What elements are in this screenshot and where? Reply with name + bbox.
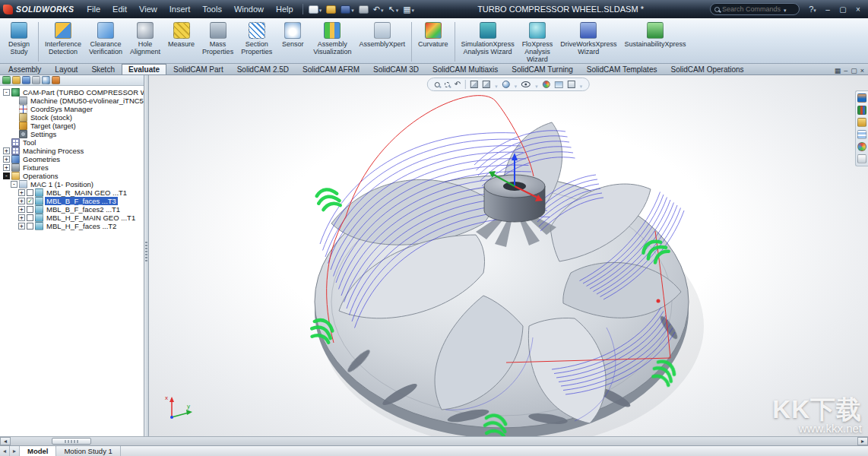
assembly-visualization-button[interactable]: Assembly Visualization bbox=[309, 21, 355, 57]
view-orientation-icon[interactable] bbox=[483, 81, 490, 88]
search-commands-input[interactable] bbox=[722, 5, 781, 13]
horizontal-scrollbar[interactable] bbox=[0, 436, 868, 445]
tree-item-operation-3[interactable]: MBL_B_F_faces2 ...T1 bbox=[2, 205, 144, 214]
collapse-icon[interactable] bbox=[3, 173, 10, 179]
view-settings-icon[interactable] bbox=[568, 81, 575, 88]
model-canvas[interactable]: x y bbox=[149, 75, 868, 436]
resources-icon[interactable] bbox=[857, 93, 866, 103]
solidcam-manager-tab-icon[interactable] bbox=[52, 76, 60, 84]
edit-appearance-icon[interactable] bbox=[543, 81, 550, 88]
view-palette-icon[interactable] bbox=[857, 130, 866, 139]
tree-item-operation-5[interactable]: MBL_H_F_faces ...T2 bbox=[2, 222, 144, 230]
chevron-down-icon[interactable] bbox=[515, 78, 518, 91]
motion-study-tab[interactable]: Motion Study 1 bbox=[56, 446, 120, 456]
assemblyxpert-button[interactable]: AssemblyXpert bbox=[356, 21, 410, 49]
apply-scene-icon[interactable] bbox=[555, 81, 563, 88]
pane-grid-icon[interactable] bbox=[835, 67, 841, 74]
search-commands-box[interactable] bbox=[710, 3, 800, 15]
tree-item-machining-process[interactable]: Machining Process bbox=[2, 147, 144, 155]
tab-solidcam-templates[interactable]: SolidCAM Templates bbox=[580, 64, 664, 74]
tab-solidcam-multiaxis[interactable]: SolidCAM Multiaxis bbox=[426, 64, 505, 74]
menu-tools[interactable]: Tools bbox=[197, 2, 227, 16]
tab-layout[interactable]: Layout bbox=[48, 64, 84, 74]
tree-item-machine[interactable]: Machine (DMU50-eVolinear_iTNC530_5X-Si bbox=[2, 97, 144, 105]
doc-close-icon[interactable] bbox=[860, 67, 864, 74]
display-manager-tab-icon[interactable] bbox=[42, 76, 50, 84]
expand-icon[interactable] bbox=[3, 164, 10, 171]
help-button[interactable] bbox=[806, 4, 819, 15]
expand-icon[interactable] bbox=[3, 147, 10, 154]
select-button[interactable] bbox=[386, 4, 400, 14]
design-study-button[interactable]: Design Study bbox=[2, 21, 36, 57]
clearance-verification-button[interactable]: Clearance Verification bbox=[85, 21, 126, 57]
expand-icon[interactable] bbox=[18, 214, 25, 221]
study-nav-right-icon[interactable]: ▸ bbox=[10, 446, 20, 456]
zoom-to-fit-icon[interactable] bbox=[435, 82, 440, 87]
collapse-icon[interactable] bbox=[11, 181, 17, 188]
open-button[interactable] bbox=[325, 5, 337, 14]
tab-solidcam-25d[interactable]: SolidCAM 2.5D bbox=[230, 64, 296, 74]
measure-button[interactable]: Measure bbox=[164, 21, 198, 49]
new-document-button[interactable] bbox=[307, 4, 324, 14]
expand-icon[interactable] bbox=[18, 198, 25, 204]
operation-checkbox[interactable] bbox=[27, 223, 33, 230]
tab-solidcam-3d[interactable]: SolidCAM 3D bbox=[366, 64, 426, 74]
menu-file[interactable]: File bbox=[81, 2, 106, 16]
hole-alignment-button[interactable]: Hole Alignment bbox=[126, 21, 164, 57]
operation-checkbox[interactable] bbox=[27, 214, 33, 221]
close-button[interactable] bbox=[851, 4, 865, 15]
dimxpert-tab-icon[interactable] bbox=[32, 76, 40, 84]
menu-insert[interactable]: Insert bbox=[164, 2, 196, 16]
chevron-down-icon[interactable] bbox=[580, 78, 583, 91]
print-button[interactable] bbox=[357, 5, 370, 14]
vertex-marker[interactable] bbox=[657, 299, 661, 303]
tree-item-cam-part[interactable]: CAM-Part (TURBO COMPRESSOR WHEEL) bbox=[2, 88, 144, 97]
tree-item-geometries[interactable]: Geometries bbox=[2, 155, 144, 163]
tree-item-fixtures[interactable]: Fixtures bbox=[2, 163, 144, 172]
tree-item-operations[interactable]: Operations bbox=[2, 172, 144, 180]
scrollbar-thumb[interactable] bbox=[52, 438, 91, 445]
curvature-button[interactable]: Curvature bbox=[414, 21, 452, 49]
tree-item-coordsys-manager[interactable]: CoordSys Manager bbox=[2, 105, 144, 113]
tab-solidcam-part[interactable]: SolidCAM Part bbox=[166, 64, 230, 74]
simulationxpress-button[interactable]: SimulationXpress Analysis Wizard bbox=[458, 21, 518, 57]
tree-item-mac1[interactable]: MAC 1 (1- Position) bbox=[2, 180, 144, 188]
hide-show-items-icon[interactable] bbox=[521, 81, 531, 87]
tree-item-stock[interactable]: Stock (stock) bbox=[2, 113, 144, 122]
tree-item-settings[interactable]: Settings bbox=[2, 130, 144, 138]
tree-item-operation-2-selected[interactable]: MBL_B_F_faces ...T3 bbox=[2, 197, 144, 205]
menu-window[interactable]: Window bbox=[229, 2, 269, 16]
chevron-down-icon[interactable] bbox=[495, 78, 498, 91]
floxpress-button[interactable]: FloXpress Analysis Wizard bbox=[518, 21, 557, 65]
tab-assembly[interactable]: Assembly bbox=[2, 64, 48, 74]
tab-sketch[interactable]: Sketch bbox=[84, 64, 122, 74]
expand-icon[interactable] bbox=[18, 189, 25, 196]
chevron-down-icon[interactable] bbox=[535, 78, 538, 91]
doc-minimize-icon[interactable] bbox=[844, 67, 847, 74]
restore-button[interactable] bbox=[836, 4, 850, 15]
display-style-icon[interactable] bbox=[502, 81, 510, 88]
appearances-scenes-icon[interactable] bbox=[857, 142, 866, 151]
study-nav-left-icon[interactable]: ◂ bbox=[0, 446, 10, 456]
toolbar-options-button[interactable] bbox=[401, 4, 416, 14]
configuration-manager-tab-icon[interactable] bbox=[22, 76, 30, 84]
tab-solidcam-turning[interactable]: SolidCAM Turning bbox=[505, 64, 580, 74]
expand-icon[interactable] bbox=[3, 156, 10, 163]
section-properties-button[interactable]: Section Properties bbox=[237, 21, 276, 57]
graphics-viewport[interactable]: x y KK下载 www.kkx.net bbox=[149, 75, 868, 436]
undo-button[interactable] bbox=[372, 4, 385, 14]
minimize-button[interactable] bbox=[821, 4, 835, 15]
driveworksxpress-button[interactable]: DriveWorksXpress Wizard bbox=[556, 21, 620, 57]
operation-checkbox[interactable] bbox=[27, 198, 33, 204]
zoom-to-area-icon[interactable] bbox=[445, 82, 450, 87]
sustainabilityxpress-button[interactable]: SustainabilityXpress bbox=[621, 21, 690, 49]
tree-item-target[interactable]: Target (target) bbox=[2, 122, 144, 130]
operation-checkbox[interactable] bbox=[27, 206, 33, 213]
doc-restore-icon[interactable] bbox=[851, 67, 857, 74]
scroll-right-icon[interactable] bbox=[857, 437, 868, 445]
menu-view[interactable]: View bbox=[134, 2, 163, 16]
menu-help[interactable]: Help bbox=[271, 2, 299, 16]
collapse-icon[interactable] bbox=[3, 89, 10, 96]
sensor-button[interactable]: Sensor bbox=[276, 21, 309, 49]
tree-item-operation-4[interactable]: MBL_H_F_MAIN GEO ...T1 bbox=[2, 214, 144, 222]
